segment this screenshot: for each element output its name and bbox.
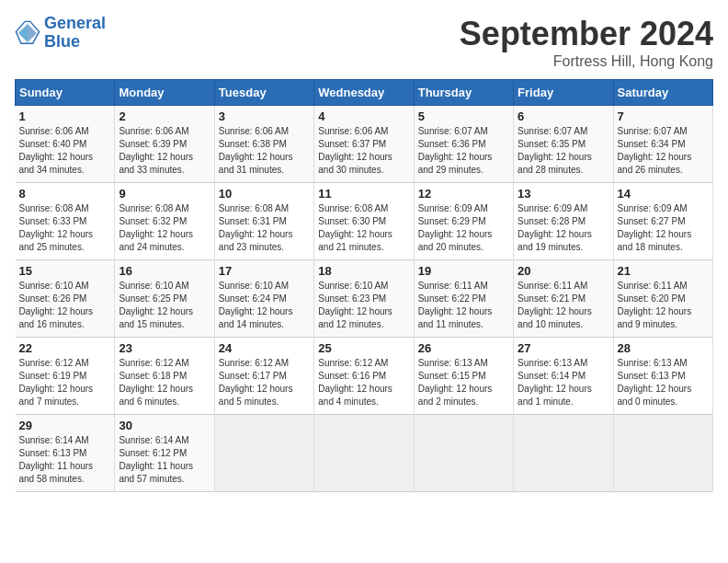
calendar-cell: 26 Sunrise: 6:13 AM Sunset: 6:15 PM Dayl… xyxy=(414,338,513,415)
day-number: 29 xyxy=(19,419,111,432)
location-title: Fortress Hill, Hong Kong xyxy=(460,53,713,70)
day-info: Sunrise: 6:13 AM Sunset: 6:13 PM Dayligh… xyxy=(618,357,709,408)
calendar-cell: 3 Sunrise: 6:06 AM Sunset: 6:38 PM Dayli… xyxy=(214,106,313,183)
day-info: Sunrise: 6:11 AM Sunset: 6:22 PM Dayligh… xyxy=(418,280,509,331)
logo: General Blue xyxy=(15,15,106,52)
calendar-cell: 10 Sunrise: 6:08 AM Sunset: 6:31 PM Dayl… xyxy=(214,183,313,260)
calendar-cell: 24 Sunrise: 6:12 AM Sunset: 6:17 PM Dayl… xyxy=(214,338,313,415)
calendar-week-4: 22 Sunrise: 6:12 AM Sunset: 6:19 PM Dayl… xyxy=(16,338,713,415)
calendar-cell: 21 Sunrise: 6:11 AM Sunset: 6:20 PM Dayl… xyxy=(613,260,712,338)
day-number: 10 xyxy=(219,187,310,201)
day-info: Sunrise: 6:07 AM Sunset: 6:36 PM Dayligh… xyxy=(418,125,509,177)
calendar-cell: 8 Sunrise: 6:08 AM Sunset: 6:33 PM Dayli… xyxy=(16,183,115,260)
logo-blue: Blue xyxy=(44,33,106,52)
day-number: 19 xyxy=(418,264,509,278)
weekday-header-thursday: Thursday xyxy=(414,80,513,106)
day-number: 2 xyxy=(119,109,210,123)
day-number: 6 xyxy=(518,109,609,123)
day-number: 25 xyxy=(318,341,409,355)
day-info: Sunrise: 6:08 AM Sunset: 6:30 PM Dayligh… xyxy=(318,202,409,254)
day-info: Sunrise: 6:12 AM Sunset: 6:19 PM Dayligh… xyxy=(19,357,111,408)
day-number: 14 xyxy=(618,187,709,201)
day-number: 8 xyxy=(19,187,111,201)
day-number: 13 xyxy=(518,187,609,201)
day-number: 9 xyxy=(119,187,210,201)
day-info: Sunrise: 6:11 AM Sunset: 6:21 PM Dayligh… xyxy=(518,280,609,331)
calendar-cell: 17 Sunrise: 6:10 AM Sunset: 6:24 PM Dayl… xyxy=(214,260,313,338)
day-info: Sunrise: 6:10 AM Sunset: 6:25 PM Dayligh… xyxy=(119,280,210,331)
day-number: 17 xyxy=(219,264,310,278)
calendar-week-3: 15 Sunrise: 6:10 AM Sunset: 6:26 PM Dayl… xyxy=(16,260,713,338)
calendar-cell: 25 Sunrise: 6:12 AM Sunset: 6:16 PM Dayl… xyxy=(314,338,414,415)
day-info: Sunrise: 6:10 AM Sunset: 6:26 PM Dayligh… xyxy=(19,280,111,331)
day-number: 23 xyxy=(119,341,210,355)
day-info: Sunrise: 6:14 AM Sunset: 6:12 PM Dayligh… xyxy=(119,434,210,486)
calendar-week-1: 1 Sunrise: 6:06 AM Sunset: 6:40 PM Dayli… xyxy=(16,106,713,183)
day-number: 3 xyxy=(219,109,310,123)
weekday-header-sunday: Sunday xyxy=(16,80,115,106)
day-number: 20 xyxy=(518,264,609,278)
calendar-cell xyxy=(613,415,712,492)
day-info: Sunrise: 6:09 AM Sunset: 6:29 PM Dayligh… xyxy=(418,202,509,254)
day-info: Sunrise: 6:08 AM Sunset: 6:33 PM Dayligh… xyxy=(19,202,111,254)
day-number: 15 xyxy=(19,264,111,278)
day-info: Sunrise: 6:13 AM Sunset: 6:14 PM Dayligh… xyxy=(518,357,609,408)
day-number: 24 xyxy=(219,341,310,355)
day-info: Sunrise: 6:06 AM Sunset: 6:40 PM Dayligh… xyxy=(19,125,111,177)
calendar-cell xyxy=(214,415,313,492)
calendar-cell: 9 Sunrise: 6:08 AM Sunset: 6:32 PM Dayli… xyxy=(115,183,214,260)
day-number: 26 xyxy=(418,341,509,355)
day-info: Sunrise: 6:06 AM Sunset: 6:37 PM Dayligh… xyxy=(318,125,409,177)
day-number: 28 xyxy=(618,341,709,355)
calendar-cell: 12 Sunrise: 6:09 AM Sunset: 6:29 PM Dayl… xyxy=(414,183,513,260)
calendar-cell: 7 Sunrise: 6:07 AM Sunset: 6:34 PM Dayli… xyxy=(613,106,712,183)
weekday-header-wednesday: Wednesday xyxy=(314,80,414,106)
day-number: 12 xyxy=(418,187,509,201)
weekday-header-tuesday: Tuesday xyxy=(214,80,313,106)
calendar-cell: 18 Sunrise: 6:10 AM Sunset: 6:23 PM Dayl… xyxy=(314,260,414,338)
calendar-cell: 20 Sunrise: 6:11 AM Sunset: 6:21 PM Dayl… xyxy=(514,260,613,338)
weekday-header-saturday: Saturday xyxy=(613,80,712,106)
calendar-cell: 22 Sunrise: 6:12 AM Sunset: 6:19 PM Dayl… xyxy=(16,338,115,415)
logo-icon xyxy=(15,20,40,46)
calendar-table: SundayMondayTuesdayWednesdayThursdayFrid… xyxy=(15,79,713,492)
weekday-header-row: SundayMondayTuesdayWednesdayThursdayFrid… xyxy=(16,80,713,106)
day-info: Sunrise: 6:12 AM Sunset: 6:18 PM Dayligh… xyxy=(119,357,210,408)
calendar-cell: 11 Sunrise: 6:08 AM Sunset: 6:30 PM Dayl… xyxy=(314,183,414,260)
calendar-cell: 28 Sunrise: 6:13 AM Sunset: 6:13 PM Dayl… xyxy=(613,338,712,415)
day-info: Sunrise: 6:09 AM Sunset: 6:27 PM Dayligh… xyxy=(618,202,709,254)
day-info: Sunrise: 6:07 AM Sunset: 6:34 PM Dayligh… xyxy=(618,125,709,177)
day-number: 11 xyxy=(318,187,409,201)
logo-general: General xyxy=(44,15,106,33)
day-info: Sunrise: 6:13 AM Sunset: 6:15 PM Dayligh… xyxy=(418,357,509,408)
day-number: 30 xyxy=(119,419,210,432)
calendar-cell: 6 Sunrise: 6:07 AM Sunset: 6:35 PM Dayli… xyxy=(514,106,613,183)
calendar-cell: 27 Sunrise: 6:13 AM Sunset: 6:14 PM Dayl… xyxy=(514,338,613,415)
calendar-cell: 1 Sunrise: 6:06 AM Sunset: 6:40 PM Dayli… xyxy=(16,106,115,183)
page-header: General Blue September 2024 Fortress Hil… xyxy=(15,15,713,70)
calendar-cell: 29 Sunrise: 6:14 AM Sunset: 6:13 PM Dayl… xyxy=(16,415,115,492)
day-number: 21 xyxy=(618,264,709,278)
day-number: 16 xyxy=(119,264,210,278)
day-number: 5 xyxy=(418,109,509,123)
calendar-cell: 16 Sunrise: 6:10 AM Sunset: 6:25 PM Dayl… xyxy=(115,260,214,338)
day-number: 18 xyxy=(318,264,409,278)
calendar-week-5: 29 Sunrise: 6:14 AM Sunset: 6:13 PM Dayl… xyxy=(16,415,713,492)
calendar-cell xyxy=(314,415,414,492)
day-info: Sunrise: 6:10 AM Sunset: 6:24 PM Dayligh… xyxy=(219,280,310,331)
day-info: Sunrise: 6:06 AM Sunset: 6:38 PM Dayligh… xyxy=(219,125,310,177)
day-info: Sunrise: 6:06 AM Sunset: 6:39 PM Dayligh… xyxy=(119,125,210,177)
month-title: September 2024 xyxy=(460,15,713,53)
calendar-cell: 2 Sunrise: 6:06 AM Sunset: 6:39 PM Dayli… xyxy=(115,106,214,183)
day-number: 4 xyxy=(318,109,409,123)
calendar-cell: 13 Sunrise: 6:09 AM Sunset: 6:28 PM Dayl… xyxy=(514,183,613,260)
calendar-cell: 15 Sunrise: 6:10 AM Sunset: 6:26 PM Dayl… xyxy=(16,260,115,338)
calendar-cell xyxy=(514,415,613,492)
day-info: Sunrise: 6:07 AM Sunset: 6:35 PM Dayligh… xyxy=(518,125,609,177)
calendar-week-2: 8 Sunrise: 6:08 AM Sunset: 6:33 PM Dayli… xyxy=(16,183,713,260)
calendar-cell: 4 Sunrise: 6:06 AM Sunset: 6:37 PM Dayli… xyxy=(314,106,414,183)
calendar-cell: 14 Sunrise: 6:09 AM Sunset: 6:27 PM Dayl… xyxy=(613,183,712,260)
day-info: Sunrise: 6:10 AM Sunset: 6:23 PM Dayligh… xyxy=(318,280,409,331)
day-info: Sunrise: 6:09 AM Sunset: 6:28 PM Dayligh… xyxy=(518,202,609,254)
day-info: Sunrise: 6:11 AM Sunset: 6:20 PM Dayligh… xyxy=(618,280,709,331)
